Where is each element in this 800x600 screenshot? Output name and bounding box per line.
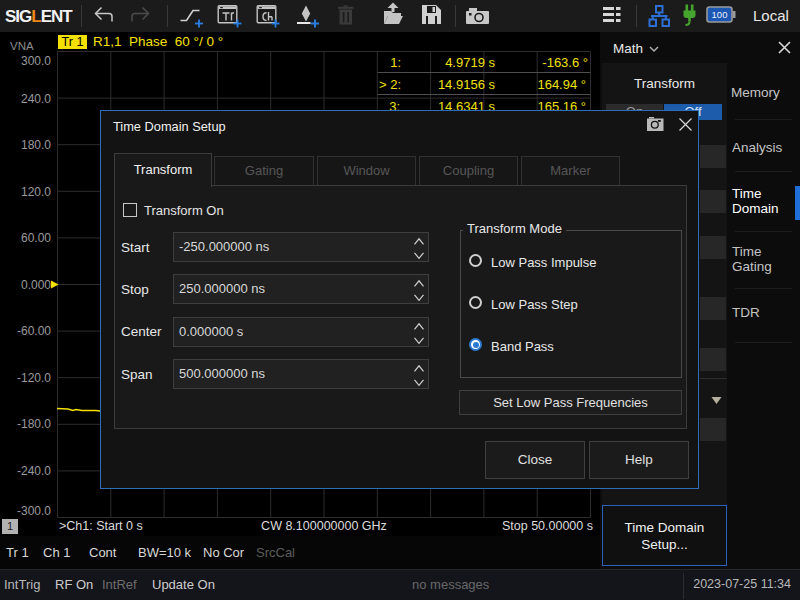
svg-text:100: 100 <box>712 9 728 20</box>
